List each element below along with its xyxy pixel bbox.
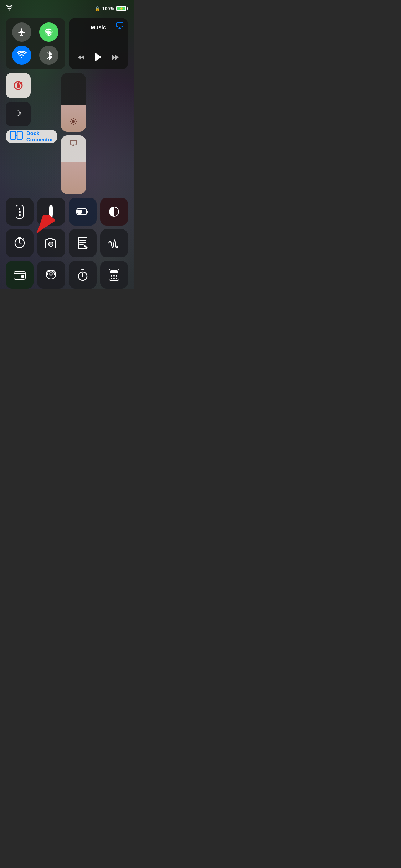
svg-point-33 xyxy=(113,275,115,277)
app-grid-row2 xyxy=(6,229,128,257)
svg-point-7 xyxy=(72,120,75,123)
music-panel: Music xyxy=(69,18,128,69)
bluetooth-button[interactable] xyxy=(39,46,58,65)
svg-point-9 xyxy=(19,208,20,210)
airplane-mode-button[interactable] xyxy=(12,22,31,42)
notes-button[interactable] xyxy=(69,229,97,257)
svg-point-34 xyxy=(116,275,117,277)
svg-rect-13 xyxy=(19,215,21,216)
svg-rect-17 xyxy=(77,210,82,214)
dock-connector-icon xyxy=(10,130,23,143)
fastforward-button[interactable] xyxy=(112,54,119,62)
app-grid-row1 xyxy=(6,198,128,226)
airplay-icon[interactable] xyxy=(116,22,124,30)
brightness-slider[interactable] xyxy=(61,73,86,132)
do-not-disturb-button[interactable]: ☽ xyxy=(6,102,31,126)
svg-point-35 xyxy=(111,278,112,279)
wallet-button[interactable] xyxy=(6,261,34,289)
svg-point-36 xyxy=(113,278,115,279)
play-button[interactable] xyxy=(94,52,103,64)
svg-point-32 xyxy=(111,275,112,277)
svg-rect-11 xyxy=(19,212,21,213)
flashlight-button[interactable] xyxy=(37,198,65,226)
status-bar: 🔒 100% ⚡ xyxy=(0,0,134,15)
sound-recognition-button[interactable] xyxy=(37,261,65,289)
connectivity-panel xyxy=(6,18,65,69)
stopwatch-button[interactable] xyxy=(69,261,97,289)
rotation-lock-button[interactable] xyxy=(6,73,31,98)
svg-rect-3 xyxy=(17,83,19,85)
svg-rect-5 xyxy=(10,131,16,139)
svg-rect-28 xyxy=(81,269,84,270)
control-center: Music xyxy=(0,15,134,289)
svg-rect-12 xyxy=(19,214,21,215)
middle-left: ☽ Dock Connector xyxy=(6,73,57,143)
row-connectivity-music: Music xyxy=(6,18,128,69)
timer-button[interactable] xyxy=(6,229,34,257)
svg-rect-18 xyxy=(87,211,88,213)
svg-rect-6 xyxy=(17,131,22,139)
remote-button[interactable] xyxy=(6,198,34,226)
dark-mode-button[interactable] xyxy=(100,198,128,226)
calculator-button[interactable] xyxy=(100,261,128,289)
svg-point-37 xyxy=(116,278,117,279)
volume-slider[interactable] xyxy=(61,135,86,194)
svg-rect-10 xyxy=(19,211,21,212)
svg-text:☽: ☽ xyxy=(15,109,21,117)
cellular-button[interactable] xyxy=(39,22,58,42)
svg-point-23 xyxy=(50,243,52,245)
wifi-icon xyxy=(6,5,13,12)
dock-connector-button[interactable]: Dock Connector xyxy=(6,130,57,143)
lock-rotation-status-icon: 🔒 xyxy=(94,6,100,11)
brightness-icon xyxy=(69,117,78,128)
sliders-section xyxy=(61,73,86,194)
svg-rect-14 xyxy=(50,212,52,216)
camera-button[interactable] xyxy=(37,229,65,257)
battery-icon: ⚡ xyxy=(116,6,128,11)
dock-connector-label: Dock Connector xyxy=(26,130,53,143)
middle-section: ☽ Dock Connector xyxy=(6,73,128,194)
svg-point-26 xyxy=(50,274,52,276)
rewind-button[interactable] xyxy=(77,54,85,62)
svg-rect-21 xyxy=(18,237,21,238)
volume-icon-airplay xyxy=(70,140,77,148)
svg-point-29 xyxy=(82,275,83,277)
battery-percent: 100% xyxy=(102,6,114,11)
voice-memo-button[interactable] xyxy=(100,229,128,257)
status-right: 🔒 100% ⚡ xyxy=(94,6,128,11)
low-power-button[interactable] xyxy=(69,198,97,226)
wifi-toggle-button[interactable] xyxy=(12,46,31,65)
svg-rect-31 xyxy=(110,270,118,273)
music-controls xyxy=(73,52,124,64)
app-grid-row3 xyxy=(6,261,128,289)
svg-rect-25 xyxy=(21,275,24,278)
